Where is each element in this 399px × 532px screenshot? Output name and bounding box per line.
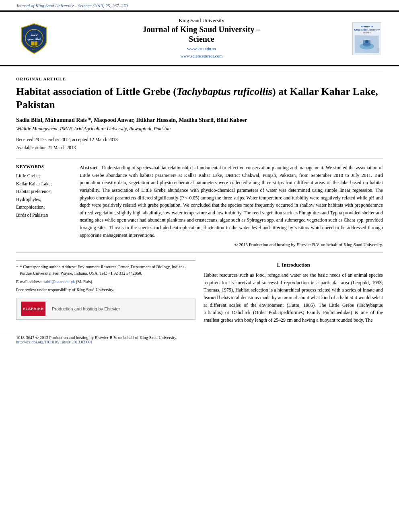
journal-cover-sub: Science xyxy=(363,31,371,34)
email-address[interactable]: sahil@uaar.edu.pk xyxy=(43,279,75,284)
left-column: * * Corresponding author. Address: Envir… xyxy=(16,260,195,324)
elsevier-tagline: Production and hosting by Elsevier xyxy=(52,306,120,311)
svg-point-10 xyxy=(365,40,368,43)
journal-header-center: King Saud University Journal of King Sau… xyxy=(56,16,347,61)
journal-cover-thumbnail xyxy=(355,35,379,53)
corresponding-author-note: * * Corresponding author. Address: Envir… xyxy=(16,264,195,277)
abstract-column: Abstract Understanding of species–habita… xyxy=(80,164,383,247)
keyword-5: Eutrophication; xyxy=(16,203,72,212)
keyword-3: Habitat preference; xyxy=(16,188,72,196)
doi-line: http://dx.doi.org/10.1016/j.jksus.2013.0… xyxy=(16,340,383,344)
copyright-line: © 2013 Production and hosting by Elsevie… xyxy=(80,242,383,247)
journal-logo-right: Journal ofKing Saud University Science xyxy=(351,16,383,61)
email-line: E-mail address: sahil@uaar.edu.pk (M. Ra… xyxy=(16,279,195,285)
journal-title: Journal of King Saud University –Science xyxy=(143,25,261,44)
right-column: 1. Introduction Habitat resources such a… xyxy=(204,260,383,324)
email-name: (M. Rais). xyxy=(76,279,93,284)
bottom-bar: 1018-3647 © 2013 Production and hosting … xyxy=(0,332,399,348)
journal-ref-bar: Journal of King Saud University – Scienc… xyxy=(0,0,399,10)
keywords-column: KEYWORDS Little Grebe; Kallar Kahar Lake… xyxy=(16,164,72,247)
introduction-text: Habitat resources such as food, refuge a… xyxy=(204,271,383,324)
article-title: Habitat association of Little Grebe (Tac… xyxy=(16,85,383,111)
journal-header: جامعة الملك سعود 1957 King Saud Universi… xyxy=(0,10,399,66)
peer-review-note: Peer review under responsibility of King… xyxy=(16,287,195,293)
keywords-label: KEYWORDS xyxy=(16,164,72,169)
abstract-text: Abstract Understanding of species–habita… xyxy=(80,164,383,239)
elsevier-logo: ELSEVIER xyxy=(21,302,45,316)
svg-text:الملك سعود: الملك سعود xyxy=(27,37,41,41)
main-body-columns: * * Corresponding author. Address: Envir… xyxy=(16,260,383,324)
article-type-label: ORIGINAL ARTICLE xyxy=(16,73,383,81)
journal-cover-title: Journal ofKing Saud University xyxy=(354,25,380,32)
keyword-1: Little Grebe; xyxy=(16,172,72,180)
journal-reference: Journal of King Saud University – Scienc… xyxy=(16,3,128,8)
journal-cover-image: Journal ofKing Saud University Science xyxy=(352,22,381,55)
article-content: ORIGINAL ARTICLE Habitat association of … xyxy=(0,66,399,324)
asterisk-symbol: * xyxy=(16,264,18,277)
keyword-6: Birds of Pakistan xyxy=(16,212,72,220)
university-name: King Saud University xyxy=(179,17,224,24)
elsevier-box: ELSEVIER Production and hosting by Elsev… xyxy=(16,298,195,320)
svg-text:جامعة: جامعة xyxy=(31,33,38,37)
journal-website: www.ksu.edu.sawww.sciencedirect.com xyxy=(181,45,223,60)
available-date: Available online 21 March 2013 xyxy=(16,144,383,152)
title-italic: Tachybaptus ruficollis xyxy=(177,86,272,97)
keyword-2: Kallar Kahar Lake; xyxy=(16,180,72,188)
svg-text:1957: 1957 xyxy=(32,48,37,51)
received-date: Received 29 December 2012; accepted 12 M… xyxy=(16,136,383,144)
keyword-4: Hydrophytes; xyxy=(16,196,72,204)
issn-line: 1018-3647 © 2013 Production and hosting … xyxy=(16,335,383,340)
abstract-body: Understanding of species–habitat relatio… xyxy=(80,165,383,238)
title-text-part1: Habitat association of Little Grebe ( xyxy=(16,86,177,97)
keywords-list: Little Grebe; Kallar Kahar Lake; Habitat… xyxy=(16,172,72,219)
authors: Sadia Bilal, Muhammad Rais *, Maqsood An… xyxy=(16,117,383,123)
footnote-box: * * Corresponding author. Address: Envir… xyxy=(16,260,195,293)
page: Journal of King Saud University – Scienc… xyxy=(0,0,399,532)
submission-dates: Received 29 December 2012; accepted 12 M… xyxy=(16,136,383,152)
affiliation: Wildlife Management, PMAS-Arid Agricultu… xyxy=(16,126,383,132)
abstract-label: Abstract xyxy=(80,165,98,170)
doi-link[interactable]: http://dx.doi.org/10.1016/j.jksus.2013.0… xyxy=(16,340,93,344)
ksu-logo-left: جامعة الملك سعود 1957 xyxy=(16,16,52,61)
corresponding-author-text: * Corresponding author. Address: Environ… xyxy=(20,264,195,277)
ksu-shield-icon: جامعة الملك سعود 1957 xyxy=(18,22,51,55)
abstract-section: KEYWORDS Little Grebe; Kallar Kahar Lake… xyxy=(16,158,383,253)
email-label: E-mail address: xyxy=(16,279,43,284)
introduction-heading: 1. Introduction xyxy=(204,262,383,268)
